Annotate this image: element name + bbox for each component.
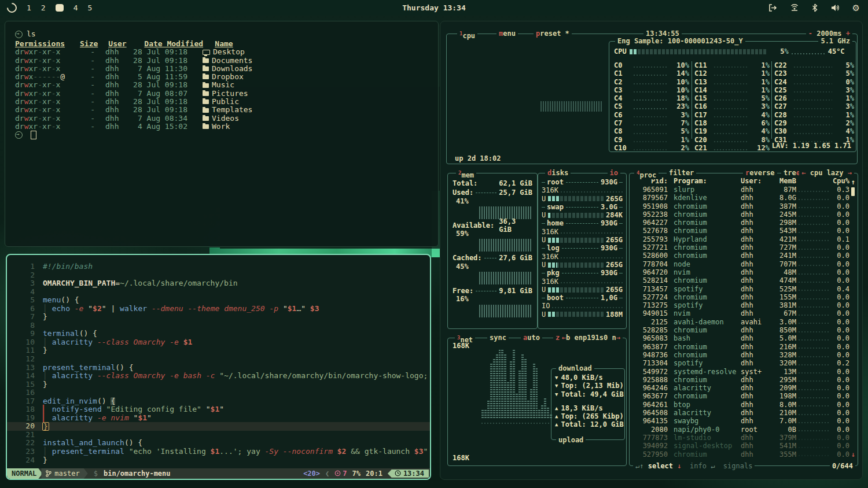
process-row[interactable]: 527950chromiumdhh355M0.0 xyxy=(630,450,858,459)
net-auto-button[interactable]: auto xyxy=(521,334,542,342)
statusline: NORMAL master $ bin/omarchy-menu <20> ❮ … xyxy=(7,468,430,479)
process-row[interactable]: 527721chromiumdhh727M0.0 xyxy=(630,243,858,252)
menu-button[interactable]: menu xyxy=(496,29,518,38)
cpu-panel-title[interactable]: 1cpu xyxy=(457,29,477,40)
proc-reverse-button[interactable]: reverse xyxy=(743,169,777,177)
ls-row: drwxr-xr-x-dhh28 Jul 09:18Desktop xyxy=(15,48,438,56)
disk-entry: boot1,0GIOU188M xyxy=(538,294,626,319)
proc-col-program[interactable]: Program: xyxy=(668,177,741,186)
process-row[interactable]: 952238chromiumdhh245M0.0 xyxy=(630,210,858,219)
process-row[interactable]: 964508alacrittydhh210M0.0 xyxy=(630,409,858,417)
mem-stat: Cached:27,6 GiB45% xyxy=(448,254,537,284)
process-row[interactable]: 713304spotifydhh320M0.2 xyxy=(630,359,858,367)
core-row: C91% xyxy=(614,136,689,144)
process-row[interactable]: 528600chromiumdhh241M0.0 xyxy=(630,252,858,260)
io-mode-button[interactable]: io xyxy=(608,169,620,177)
process-row[interactable]: 394092signal-desktopdhh541M0.0 xyxy=(630,442,858,450)
process-row[interactable]: 965091slurpdhh87M0.3 xyxy=(630,186,858,194)
file-name: Dropbox xyxy=(187,73,244,81)
code-line: 23│ present_terminal "echo 'Installing $… xyxy=(7,448,430,456)
process-row[interactable]: 527678chromiumdhh543M0.0 xyxy=(630,227,858,235)
proc-col-memb[interactable]: MemB xyxy=(771,177,796,186)
ls-row: drwxr-xr-x-dhh28 Jul 09:18Music xyxy=(15,81,438,89)
process-row[interactable]: 963877chromiumdhh216M0.0 xyxy=(630,343,858,351)
proc-col-cpu[interactable]: Cpu% xyxy=(831,177,849,186)
mem-stat: Total:62,1 GiB xyxy=(448,179,537,188)
code-line: 8 xyxy=(7,321,430,330)
process-row[interactable]: 879567kdenlivedhh8.0G0.0 xyxy=(630,194,858,202)
preset-button[interactable]: preset * xyxy=(534,29,572,38)
core-row: C225% xyxy=(774,61,854,69)
disk-used-bar xyxy=(548,213,604,218)
code-line: 24} xyxy=(7,456,430,465)
process-row[interactable]: 713457spotifydhh525M0.4 xyxy=(630,285,858,293)
ls-row: drwxr-xr-x-dhh28 Jul 09:18Documents xyxy=(15,57,438,65)
shell-prompt-empty[interactable] xyxy=(15,131,438,139)
process-row[interactable]: 964261btopdhh8.0M0.0 xyxy=(630,401,858,409)
net-scale-bottom: 168K xyxy=(453,454,469,462)
prompt-arrow-icon xyxy=(15,31,23,38)
memory-panel-title[interactable]: 2mem xyxy=(456,169,476,179)
scrollbar-thumb[interactable] xyxy=(851,187,855,196)
mem-graph xyxy=(479,305,531,317)
proc-footer-keys[interactable]: ↵↑ select ↓ info ↵ signals xyxy=(633,462,755,470)
process-row[interactable]: 964246alacrittydhh209M0.0 xyxy=(630,384,858,392)
process-row[interactable]: 964720nvimdhh48M0.0 xyxy=(630,268,858,276)
cpu-total-percent: 5% xyxy=(770,47,789,56)
core-row: C111% xyxy=(694,61,770,69)
process-row[interactable]: 528285chromiumdhh850M0.0 xyxy=(630,326,858,334)
proc-filter-button[interactable]: filter xyxy=(667,169,696,177)
process-row[interactable]: 951908chromiumdhh387M0.0 xyxy=(630,202,858,210)
process-row[interactable]: 963677chromiumdhh198M0.0 xyxy=(630,392,858,400)
core-row: C261% xyxy=(774,94,854,102)
code-line: 14│ alacritty --class Omarchy -e bash -c… xyxy=(7,372,430,380)
col-date-modified: Date Modified xyxy=(135,40,208,48)
scroll-up-icon[interactable]: ↑ xyxy=(851,178,855,186)
proc-panel-title[interactable]: 4proc xyxy=(634,169,659,179)
shell-prompt: ls xyxy=(15,30,438,39)
net-interface-selector[interactable]: ←b enp191s0 n→ xyxy=(560,334,623,342)
cpu-history-graph xyxy=(540,101,602,112)
process-row[interactable]: 713275spotifydhh381M0.0 xyxy=(630,301,858,309)
disk-used-bar xyxy=(548,196,604,201)
process-row[interactable]: 255793Hyprlanddhh421M0.1 xyxy=(630,235,858,243)
top-bar: 1 2 4 5 Thursday 13:34 ⚙ xyxy=(0,0,868,16)
topbar-clock: Thursday 13:34 xyxy=(0,3,868,12)
upload-icon: ▲ xyxy=(555,404,558,412)
process-row[interactable]: 549972systemd-resolvesyst+13M0.0 xyxy=(630,368,858,376)
code-line: 18▎ notify-send "Editing config file" "$… xyxy=(7,405,430,414)
process-row[interactable]: 965083bashdhh5.0M0.0 xyxy=(630,334,858,342)
core-row: C141% xyxy=(694,86,770,94)
net-sync-button[interactable]: sync xyxy=(487,334,509,342)
disk-entry: home930G316KU265G xyxy=(538,219,626,244)
code-editor[interactable]: 1#!/bin/bash23OMARCHY_BIN_PATH=~/.local/… xyxy=(7,263,430,468)
cursor-position: 20:1 xyxy=(366,469,382,478)
process-row[interactable]: 778704nodedhh707M0.0 xyxy=(630,260,858,268)
code-line: 11} xyxy=(7,346,430,355)
folder-icon xyxy=(203,116,209,121)
process-row[interactable]: 948736chromiumdhh328M0.0 xyxy=(630,351,858,359)
disk-entry: pkg930G316KU265G xyxy=(538,269,626,294)
scroll-down-icon[interactable]: ↓ xyxy=(851,450,855,459)
process-row[interactable]: 527724chromiumdhh155M0.0 xyxy=(630,293,858,301)
process-row[interactable]: 925888chromiumdhh295M0.0 xyxy=(630,376,858,384)
proc-col-user[interactable]: User: xyxy=(741,177,771,186)
process-row[interactable]: 777873lm-studiodhh379M0.0 xyxy=(630,434,858,442)
upload-total: Total: 12,0 GiB xyxy=(561,420,623,428)
process-row[interactable]: 2080napi/phy0-0root0B0.0 xyxy=(630,426,858,434)
process-row[interactable]: 2125avahi-daemonavahi3.0M0.0 xyxy=(630,318,858,326)
cpu-core-panel: Eng Sample: 100-000001243-50_Y 5.1 GHz C… xyxy=(609,41,856,152)
code-line: 13present_terminal() { xyxy=(7,364,430,372)
disk-used-bar xyxy=(548,263,604,268)
process-row[interactable]: 528214chromiumdhh474M0.0 xyxy=(630,276,858,284)
disks-panel-title[interactable]: disks xyxy=(545,169,571,177)
git-branch-icon xyxy=(46,470,52,477)
cpu-temp-graph xyxy=(792,50,825,54)
code-line: 19▎ alacritty -e nvim "$1" xyxy=(7,414,430,423)
process-row[interactable]: 964135swaybgdhh7.0M0.0 xyxy=(630,417,858,425)
process-row[interactable]: 949015nvimdhh67M0.0 xyxy=(630,309,858,317)
process-row[interactable]: 964227chromiumdhh298M0.0 xyxy=(630,219,858,227)
file-name: Music xyxy=(187,81,234,89)
current-file: bin/omarchy-menu xyxy=(104,469,171,478)
proc-sort-selector[interactable]: ← cpu lazy → xyxy=(799,169,854,177)
